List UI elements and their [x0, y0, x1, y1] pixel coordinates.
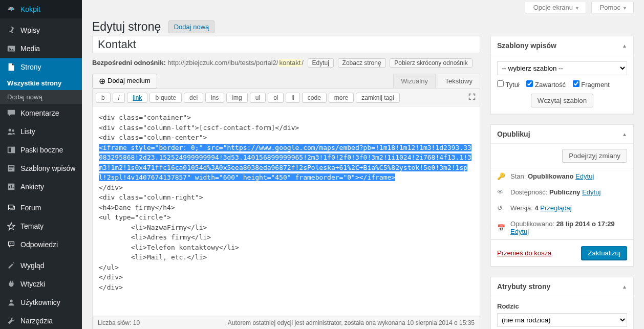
sidebar-item-szablony-wpisów[interactable]: Szablony wpisów [0, 159, 82, 178]
browse-revisions-link[interactable]: Przeglądaj [540, 204, 571, 212]
users-icon [6, 126, 16, 137]
qt-ul[interactable]: ul [250, 93, 266, 103]
fullscreen-icon[interactable] [467, 92, 477, 103]
published-row: 📅 Opublikowano: 28 lip 2014 o 17:29Edytu… [491, 216, 633, 239]
appearance-icon [6, 260, 16, 271]
template-select[interactable]: -- wybierz szablon -- [497, 61, 627, 75]
sidebar-item-wygląd[interactable]: Wygląd [0, 256, 82, 275]
parent-select[interactable]: (nie ma rodzica) [497, 313, 627, 327]
publish-box: Opublikuj▲ Podejrzyj zmiany 🔑 Stan: Opub… [490, 124, 634, 267]
poll-icon [6, 182, 16, 192]
sidebar-icon [6, 145, 16, 155]
qt-b[interactable]: b [96, 93, 111, 103]
qt-i[interactable]: i [113, 93, 125, 103]
permalink-row: Bezpośredni odnośnik: http://jzbiejczuk.… [92, 58, 480, 68]
page-attributes-header[interactable]: Atrybuty strony▲ [491, 277, 633, 296]
templates-box: Szablony wpisów▲ -- wybierz szablon -- T… [490, 36, 634, 114]
key-icon: 🔑 [497, 172, 506, 180]
edit-status-link[interactable]: Edytuj [575, 172, 594, 180]
history-icon: ↺ [497, 204, 506, 212]
qt-zamknij-tagi[interactable]: zamknij tagi [356, 93, 399, 103]
screen-options-button[interactable]: Opcje ekranu▼ [525, 2, 586, 13]
editor-status-bar: Liczba słów: 10 Autorem ostatniej edycji… [92, 316, 480, 329]
edit-date-link[interactable]: Edytuj [510, 228, 529, 235]
sidebar-item-komentarze[interactable]: Komentarze [0, 104, 82, 122]
media-icon [6, 43, 16, 54]
page-attributes-box: Atrybuty strony▲ Rodzic (nie ma rodzica) [490, 277, 634, 329]
sidebar-item-użytkownicy[interactable]: Użytkownicy [0, 293, 82, 312]
admin-sidebar: KokpitWpisyMediaStronyWszystkie stronyDo… [0, 0, 82, 329]
tools-icon [6, 316, 16, 326]
sidebar-item-strony[interactable]: Strony [0, 58, 82, 76]
permalink-slug: kontakt [278, 59, 302, 67]
svg-point-10 [10, 300, 12, 302]
replies-icon [6, 239, 16, 250]
svg-rect-1 [8, 46, 15, 52]
preview-button[interactable]: Podejrzyj zmiany [562, 149, 627, 163]
sidebar-item-paski-boczne[interactable]: Paski boczne [0, 141, 82, 159]
sidebar-item-wtyczki[interactable]: Wtyczki [0, 275, 82, 293]
qt-img[interactable]: img [226, 93, 247, 103]
page-icon [6, 62, 16, 72]
shortlink-button[interactable]: Pobierz skrócony odnośnik [390, 58, 472, 68]
topics-icon [6, 221, 16, 231]
update-button[interactable]: Zaktualizuj [581, 246, 627, 260]
sidebar-item-media[interactable]: Media [0, 39, 82, 58]
templates-box-header[interactable]: Szablony wpisów▲ [491, 36, 633, 55]
qt-link[interactable]: link [127, 93, 147, 103]
comment-icon [6, 108, 16, 118]
forum-icon [6, 203, 16, 213]
qt-b-quote[interactable]: b-quote [149, 93, 182, 103]
post-title-input[interactable] [92, 36, 480, 53]
sidebar-item-ankiety[interactable]: Ankiety [0, 178, 82, 196]
plugins-icon [6, 279, 16, 289]
content-editor[interactable]: <div class="container"> <div class="colu… [92, 106, 480, 316]
visibility-row: 👁 Dostępność: Publiczny Edytuj [491, 184, 633, 200]
load-template-button[interactable]: Wczytaj szablon [531, 94, 593, 107]
qt-code[interactable]: code [302, 93, 327, 103]
cb-content[interactable] [526, 80, 533, 87]
tab-text[interactable]: Tekstowy [438, 74, 480, 88]
cb-title[interactable] [497, 80, 504, 87]
svg-point-2 [9, 129, 11, 131]
revisions-row: ↺ Wersja: 4 Przeglądaj [491, 200, 633, 216]
main-content: Opcje ekranu▼ Pomoc▼ Edytuj stronę Dodaj… [82, 0, 644, 329]
pin-icon [6, 25, 16, 35]
svg-rect-6 [8, 165, 15, 172]
template-icon [6, 163, 16, 173]
svg-point-8 [10, 243, 11, 244]
qt-li[interactable]: li [286, 93, 299, 103]
quicktags-toolbar: bilinkb-quotedelinsimgulollicodemorezamk… [92, 89, 480, 106]
sidebar-item-narzędzia[interactable]: Narzędzia [0, 312, 82, 329]
add-media-button[interactable]: ⊕Dodaj medium [92, 74, 157, 89]
trash-link[interactable]: Przenieś do kosza [497, 249, 551, 257]
view-page-button[interactable]: Zobacz stronę [338, 58, 386, 68]
sidebar-item-kokpit[interactable]: Kokpit [0, 0, 82, 18]
sidebar-subitem[interactable]: Dodaj nową [0, 90, 82, 104]
edit-permalink-button[interactable]: Edytuj [308, 58, 334, 68]
help-button[interactable]: Pomoc▼ [591, 2, 634, 13]
sidebar-item-wpisy[interactable]: Wpisy [0, 21, 82, 39]
qt-more[interactable]: more [329, 93, 354, 103]
status-row: 🔑 Stan: Opublikowano Edytuj [491, 168, 633, 184]
parent-label: Rodzic [497, 302, 627, 310]
sidebar-item-forum[interactable]: Forum [0, 199, 82, 217]
qt-ol[interactable]: ol [268, 93, 284, 103]
dashboard-icon [6, 4, 16, 14]
calendar-icon: 📅 [497, 224, 506, 232]
eye-icon: 👁 [497, 188, 506, 196]
qt-del[interactable]: del [184, 93, 203, 103]
sidebar-subitem[interactable]: Wszystkie strony [0, 76, 82, 90]
page-title: Edytuj stronę Dodaj nową [92, 15, 634, 36]
edit-visibility-link[interactable]: Edytuj [582, 188, 600, 196]
sidebar-item-listy[interactable]: Listy [0, 122, 82, 141]
sidebar-item-odpowiedzi[interactable]: Odpowiedzi [0, 235, 82, 254]
add-new-button[interactable]: Dodaj nową [168, 20, 215, 33]
publish-box-header[interactable]: Opublikuj▲ [491, 125, 633, 144]
tab-visual[interactable]: Wizualny [393, 74, 436, 88]
qt-ins[interactable]: ins [205, 93, 224, 103]
cb-excerpt[interactable] [573, 80, 579, 87]
user-icon [6, 297, 16, 308]
svg-rect-5 [9, 148, 11, 152]
sidebar-item-tematy[interactable]: Tematy [0, 217, 82, 235]
